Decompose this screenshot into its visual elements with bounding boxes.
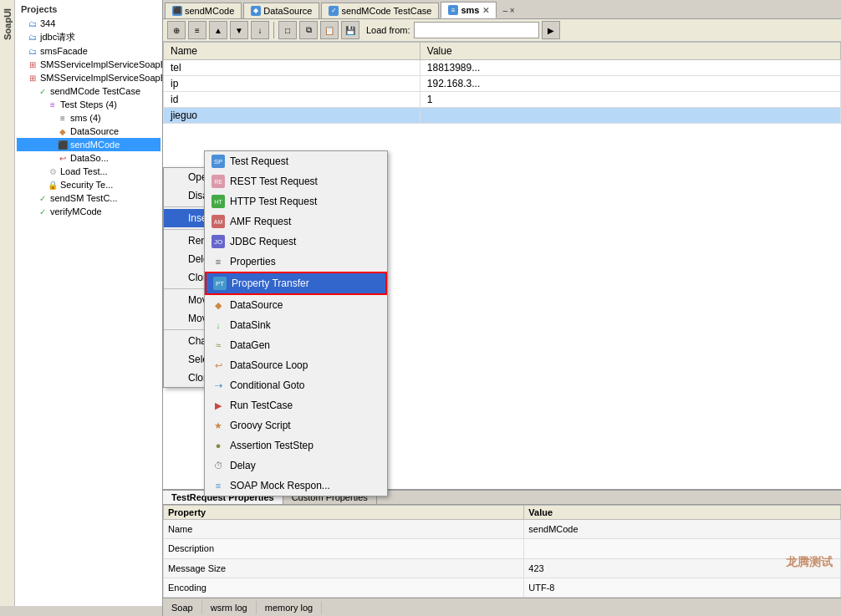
submenu-item-properties[interactable]: ≡ Properties [205, 252, 387, 272]
submenu-item-datasource[interactable]: ◆ DataSource [205, 295, 387, 315]
submenu-item-datasink[interactable]: ↓ DataSink [205, 315, 387, 335]
prop-row-message-size[interactable]: Message Size 423 [164, 558, 841, 578]
tree-item-344[interactable]: 🗂 344 [17, 17, 161, 30]
table-row[interactable]: id 1 [164, 92, 841, 108]
testcase-icon: ✓ [37, 85, 48, 97]
submenu-item-assertion-teststep[interactable]: ● Assertion TestStep [205, 435, 387, 456]
tree-item-smsservicebinding-ts[interactable]: ⊞ SMSServiceImplServiceSoapBinding TestS… [17, 71, 161, 84]
tree-item-security[interactable]: 🔒 Security Te... [17, 178, 161, 191]
tree-title: Projects [17, 2, 161, 17]
tree-item-datasource[interactable]: ◆ DataSource [17, 125, 161, 138]
project-icon: 🗂 [27, 32, 38, 43]
tab-nav-icon: – × [502, 6, 514, 15]
tree-item-datasource2[interactable]: ↩ DataSo... [17, 151, 161, 165]
datasource-icon: ◆ [57, 125, 69, 137]
project-icon: 🗂 [27, 45, 38, 57]
load-from-input[interactable] [414, 22, 539, 38]
move-down-icon [172, 313, 184, 324]
prop-row-encoding[interactable]: Encoding UTF-8 [164, 578, 841, 597]
properties-table: Property Value Name sendMCode Descriptio… [163, 505, 841, 598]
toolbar-btn-1[interactable]: ⊕ [167, 21, 186, 39]
col-name-header: Name [164, 43, 420, 60]
soap-icon: SP [212, 155, 225, 168]
testcase-tab-icon: ✓ [329, 6, 339, 16]
toolbar-btn-2[interactable]: ≡ [188, 21, 206, 39]
toolbar-btn-save[interactable]: 💾 [341, 21, 359, 39]
toolbar-btn-copy[interactable]: ⧉ [299, 21, 318, 39]
toolbar-btn-square[interactable]: □ [278, 21, 297, 39]
submenu-item-rest-test-request[interactable]: RE REST Test Request [205, 171, 387, 191]
request-icon: ⬛ [57, 139, 69, 150]
tree-item-verifymcode[interactable]: ✓ verifyMCode [17, 205, 161, 218]
submenu-item-jdbc-request[interactable]: JO JDBC Request [205, 232, 387, 252]
toolbar-btn-up[interactable]: ▲ [209, 21, 227, 39]
submenu-item-property-transfer[interactable]: PT Property Transfer [205, 272, 387, 295]
watermark: 龙腾测试 [786, 555, 833, 570]
submenu-item-amf-request[interactable]: AM AMF Request [205, 211, 387, 232]
teststep-icon: ≡ [47, 99, 59, 110]
delay-icon: ⏱ [212, 459, 225, 472]
open-editor-icon [172, 171, 184, 183]
tree-item-sendmcode-tc[interactable]: ✓ sendMCode TestCase [17, 84, 161, 98]
tab-sendmcode-testcase[interactable]: ✓ sendMCode TestCase [321, 3, 439, 18]
navigator-sidebar: SoapUI [0, 0, 15, 606]
submenu-item-datagen[interactable]: ≈ DataGen [205, 335, 387, 355]
prop-col-value: Value [524, 506, 841, 520]
bottom-bar-wsrm[interactable]: wsrm log [202, 601, 257, 614]
project-tree[interactable]: Projects 🗂 344 🗂 jdbc请求 🗂 smsFacade ⊞ SM… [15, 0, 162, 606]
tree-item-smsfacade[interactable]: 🗂 smsFacade [17, 44, 161, 58]
move-up-icon [172, 294, 184, 306]
project-icon: 🗂 [27, 18, 38, 29]
submenu-item-conditional-goto[interactable]: ⇢ Conditional Goto [205, 375, 387, 395]
tree-item-loadtest[interactable]: ⚙ Load Test... [17, 165, 161, 178]
rest-icon: RE [212, 175, 225, 188]
datasource-tab-icon: ◆ [251, 6, 261, 16]
tree-item-jdbc[interactable]: 🗂 jdbc请求 [17, 30, 161, 44]
run-icon: ▶ [212, 399, 225, 412]
tree-item-sendsm[interactable]: ✓ sendSM TestC... [17, 191, 161, 205]
load-from-label: Load from: [366, 25, 410, 35]
tree-item-teststeps[interactable]: ≡ Test Steps (4) [17, 98, 161, 111]
toolbar-sep-1 [273, 22, 274, 38]
toolbar-btn-down[interactable]: ▼ [230, 21, 248, 39]
prop-col-name: Property [164, 506, 524, 520]
tab-close-button[interactable]: ✕ [482, 6, 489, 15]
tree-scrollbar-h[interactable] [0, 606, 162, 616]
jdbc-icon: JO [212, 235, 225, 248]
submenu-item-datasource-loop[interactable]: ↩ DataSource Loop [205, 355, 387, 375]
rename-icon [172, 235, 184, 247]
tab-datasource[interactable]: ◆ DataSource [243, 3, 319, 18]
submenu-item-run-testcase[interactable]: ▶ Run TestCase [205, 395, 387, 415]
tab-sms[interactable]: ≡ sms ✕ [441, 2, 497, 18]
assert-icon: ● [212, 439, 225, 452]
table-row-selected[interactable]: jieguo [164, 108, 841, 124]
toolbar-btn-paste[interactable]: 📋 [320, 21, 339, 39]
tab-sendmcode[interactable]: ⬛ sendMCode [165, 3, 242, 18]
table-row[interactable]: ip 192.168.3... [164, 76, 841, 92]
toolbar-btn-go[interactable]: ▶ [542, 21, 560, 39]
delete-icon [172, 253, 184, 265]
bottom-bar-memory[interactable]: memory log [257, 601, 322, 614]
navigator-label: SoapUI [3, 8, 13, 40]
tree-item-smsservicebinding[interactable]: ⊞ SMSServiceImplServiceSoapBinding [17, 58, 161, 71]
toolbar-btn-down2[interactable]: ↓ [251, 21, 269, 39]
http-icon: HT [212, 195, 225, 208]
tree-item-sms-4[interactable]: ≡ sms (4) [17, 111, 161, 125]
table-row[interactable]: tel 18813989... [164, 60, 841, 76]
submenu-item-test-request[interactable]: SP Test Request [205, 151, 387, 171]
amf-icon: AM [212, 215, 225, 228]
prop-row-description[interactable]: Description [164, 539, 841, 558]
bottom-bar-soap[interactable]: Soap [163, 601, 202, 614]
submenu-item-delay[interactable]: ⏱ Delay [205, 456, 387, 476]
props-icon: ≡ [212, 255, 225, 268]
properties-area: Property Value Name sendMCode Descriptio… [163, 505, 841, 598]
dsloop-icon: ↩ [212, 359, 225, 372]
sms-icon: ≡ [57, 112, 69, 124]
submenu-item-http-test-request[interactable]: HT HTTP Test Request [205, 191, 387, 211]
goto-icon: ⇢ [212, 379, 225, 392]
col-value-header: Value [420, 43, 840, 60]
tree-item-sendmcode[interactable]: ⬛ sendMCode [17, 138, 161, 151]
prop-row-name[interactable]: Name sendMCode [164, 520, 841, 539]
submenu-item-soap-mock-response[interactable]: ≡ SOAP Mock Respon... [205, 476, 387, 496]
submenu-item-groovy-script[interactable]: ★ Groovy Script [205, 415, 387, 435]
